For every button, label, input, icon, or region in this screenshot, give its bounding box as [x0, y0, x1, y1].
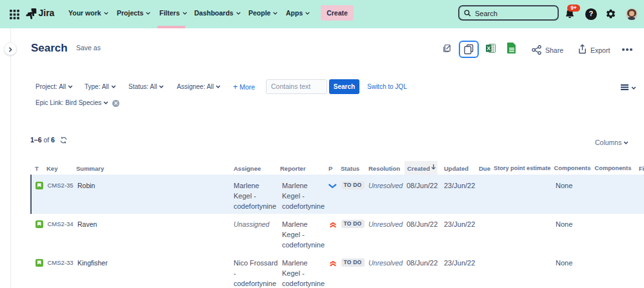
svg-text:X: X [487, 45, 490, 52]
